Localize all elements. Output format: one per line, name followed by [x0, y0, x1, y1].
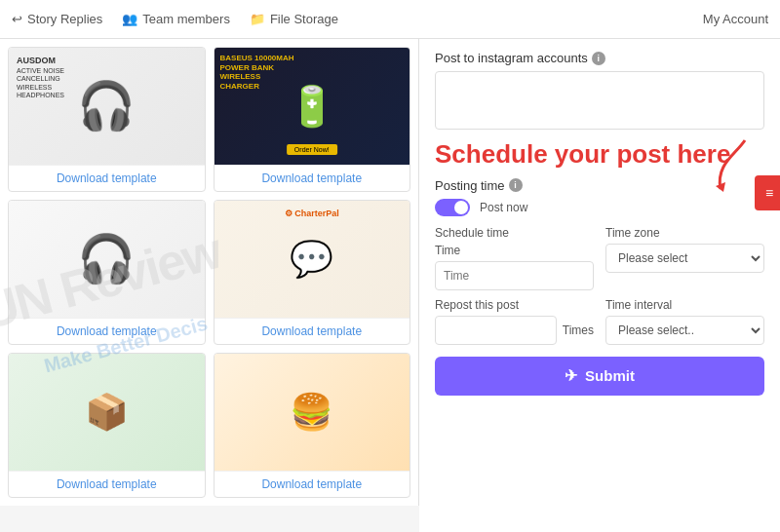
side-panel-toggle-btn[interactable]: ≡: [755, 175, 780, 210]
template-grid: AUSDOM ACTIVE NOISE CANCELLINGWIRELESS H…: [8, 47, 410, 498]
template-list-panel: AUSDOM ACTIVE NOISE CANCELLINGWIRELESS H…: [0, 39, 419, 506]
download-template-btn-1[interactable]: Download template: [9, 165, 205, 191]
interval-select[interactable]: Please select.. 1 hour 2 hours 6 hours 1…: [605, 316, 764, 345]
template-item-3: Download template: [8, 200, 206, 345]
template-image-2: BASEUS 10000MAHPOWER BANK WIRELESS CHARG…: [214, 48, 410, 165]
schedule-time-col: Schedule time Time: [435, 226, 594, 290]
post-now-label: Post now: [480, 201, 527, 214]
left-panel-container: AUSDOM ACTIVE NOISE CANCELLINGWIRELESS H…: [0, 39, 419, 532]
template-image-1: AUSDOM ACTIVE NOISE CANCELLINGWIRELESS H…: [9, 48, 205, 165]
main-layout: AUSDOM ACTIVE NOISE CANCELLINGWIRELESS H…: [0, 39, 780, 532]
interval-label: Time interval: [605, 298, 764, 312]
nav-file-storage-label: File Storage: [270, 12, 338, 26]
schedule-time-row: Schedule time Time Time zone Please sele…: [435, 226, 764, 290]
nav-team-members-label: Team members: [142, 12, 230, 26]
template-item-4: ⚙ CharterPal Download template: [214, 200, 411, 345]
top-navigation: ↩ Story Replies 👥 Team members 📁 File St…: [0, 0, 780, 39]
template-item-5: Download template: [8, 353, 206, 498]
nav-story-replies[interactable]: ↩ Story Replies: [12, 12, 102, 26]
post-now-toggle[interactable]: [435, 199, 470, 216]
download-template-btn-2[interactable]: Download template: [214, 165, 410, 191]
schedule-time-input[interactable]: [435, 261, 594, 290]
post-to-label: Post to instagram accounts i: [435, 51, 764, 65]
template-image-3: [9, 201, 205, 318]
instagram-accounts-input[interactable]: [435, 71, 764, 130]
team-members-icon: 👥: [122, 12, 137, 26]
arrow-svg: [706, 135, 755, 194]
repost-label: Repost this post: [435, 298, 594, 312]
repost-input-group: Times: [435, 316, 594, 345]
repost-row: Repost this post Times Time interval Ple…: [435, 298, 764, 345]
post-to-section: Post to instagram accounts i: [435, 51, 764, 133]
template-image-6: [214, 354, 410, 471]
template-item-1: AUSDOM ACTIVE NOISE CANCELLINGWIRELESS H…: [8, 47, 206, 192]
template-image-4: ⚙ CharterPal: [214, 201, 410, 318]
my-account-link[interactable]: My Account: [703, 12, 768, 26]
repost-col: Repost this post Times: [435, 298, 594, 345]
right-panel: Post to instagram accounts i Schedule yo…: [419, 39, 780, 532]
schedule-time-label: Schedule time: [435, 226, 594, 240]
template-item-2: BASEUS 10000MAHPOWER BANK WIRELESS CHARG…: [214, 47, 411, 192]
timezone-col: Time zone Please select UTC EST PST GMT: [605, 226, 764, 290]
download-template-btn-3[interactable]: Download template: [9, 318, 205, 344]
charterpal-title: ⚙ CharterPal: [285, 209, 339, 218]
ausdom-label: AUSDOM: [17, 56, 56, 65]
timezone-label: Time zone: [605, 226, 764, 240]
schedule-annotation: Schedule your post here: [435, 140, 764, 169]
timezone-select[interactable]: Please select UTC EST PST GMT: [605, 244, 764, 273]
my-account-label: My Account: [703, 12, 768, 26]
download-template-btn-6[interactable]: Download template: [214, 471, 410, 497]
posting-time-info-icon[interactable]: i: [509, 178, 523, 192]
nav-file-storage[interactable]: 📁 File Storage: [250, 12, 338, 26]
download-template-btn-5[interactable]: Download template: [9, 471, 205, 497]
order-now-btn: Order Now!: [287, 144, 337, 155]
baseus-title: BASEUS 10000MAHPOWER BANK WIRELESS CHARG…: [220, 54, 298, 91]
time-sub-label: Time: [435, 244, 594, 257]
side-btn-icon: ≡: [765, 185, 773, 201]
interval-col: Time interval Please select.. 1 hour 2 h…: [605, 298, 764, 345]
file-storage-icon: 📁: [250, 12, 265, 26]
nav-team-members[interactable]: 👥 Team members: [122, 12, 230, 26]
arrow-annotation: [706, 135, 755, 194]
template-image-5: [9, 354, 205, 471]
story-replies-icon: ↩: [12, 12, 22, 26]
noise-cancel-text: ACTIVE NOISE CANCELLINGWIRELESS HEADPHON…: [17, 67, 75, 100]
submit-button[interactable]: ✈ Submit: [435, 357, 764, 396]
times-label: Times: [563, 323, 594, 337]
repost-times-input[interactable]: [435, 316, 557, 345]
download-template-btn-4[interactable]: Download template: [214, 318, 410, 344]
posting-time-row: Post now: [435, 199, 764, 216]
post-to-info-icon[interactable]: i: [592, 52, 605, 65]
template-item-6: Download template: [214, 353, 411, 498]
submit-label: Submit: [585, 367, 635, 384]
nav-story-replies-label: Story Replies: [27, 12, 102, 26]
send-icon: ✈: [565, 366, 577, 385]
